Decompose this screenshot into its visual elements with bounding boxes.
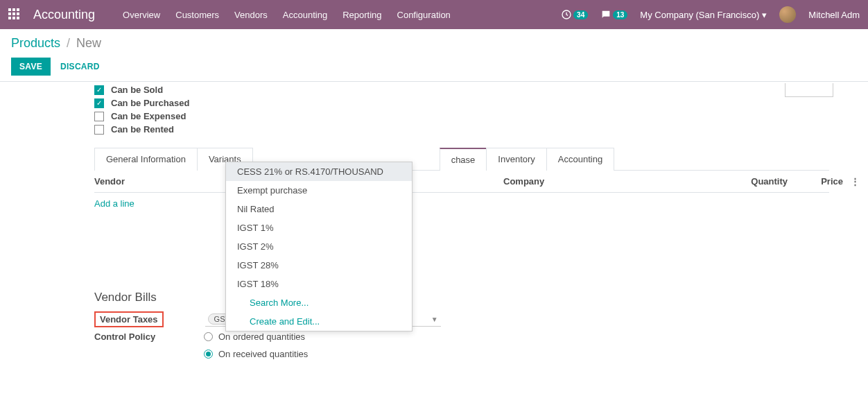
tax-dropdown: CESS 21% or RS.4170/THOUSAND Exempt purc… [225,162,413,331]
radio-label: On ordered quantities [218,331,305,342]
breadcrumb: Products / New [11,36,857,51]
chevron-down-icon: ▾ [762,10,767,20]
checkbox-row-sold: Can be Sold [94,85,829,95]
control-policy-radios: On ordered quantities On received quanti… [204,331,308,359]
dropdown-item[interactable]: IGST 28% [226,256,412,275]
vendor-table-header: Vendor Company Quantity Price ⋮ [94,171,829,193]
breadcrumb-separator: / [67,36,70,50]
tab-purchase-partial[interactable]: chase [440,148,487,171]
tab-inventory[interactable]: Inventory [486,148,546,171]
clock-icon [561,9,572,20]
dropdown-item[interactable]: IGST 1% [226,218,412,237]
company-selector[interactable]: My Company (San Francisco) ▾ [640,10,767,20]
company-name: My Company (San Francisco) [640,10,759,20]
chevron-down-icon[interactable]: ▼ [431,316,438,323]
radio-row-received: On received quantities [204,349,308,359]
dropdown-create-edit[interactable]: Create and Edit... [226,312,412,331]
radio-row-ordered: On ordered quantities [204,331,308,342]
nav-reporting[interactable]: Reporting [342,10,381,20]
image-placeholder[interactable] [785,83,833,97]
row-vendor-taxes: Vendor Taxes GST 5% ✕ ▼ [94,311,829,327]
activities-count: 34 [573,10,588,19]
col-options-icon[interactable]: ⋮ [843,176,860,187]
tabs: General Information Variants chase Inven… [94,147,829,171]
chat-icon [600,9,611,20]
checkbox-label: Can be Purchased [111,98,189,108]
messages-count: 13 [613,10,627,19]
checkbox-can-be-purchased[interactable] [94,98,104,108]
nav-vendors[interactable]: Vendors [234,10,268,20]
col-quantity: Quantity [718,176,788,187]
checkbox-label: Can be Rented [111,124,174,135]
radio-ordered[interactable] [204,332,213,341]
checkbox-can-be-rented[interactable] [94,125,104,135]
section-title: Vendor Bills [94,291,829,304]
checkbox-row-rented: Can be Rented [94,124,829,135]
label-control-policy: Control Policy [94,331,204,342]
control-bar: Products / New SAVE DISCARD [0,29,868,82]
checkbox-can-be-sold[interactable] [94,85,104,95]
dropdown-item[interactable]: Exempt purchase [226,181,412,200]
tab-general-information[interactable]: General Information [94,148,198,171]
form-sheet: Can be Sold Can be Purchased Can be Expe… [25,85,843,377]
activities-button[interactable]: 34 [561,9,588,20]
checkbox-row-expensed: Can be Expensed [94,111,829,121]
topbar-right: 34 13 My Company (San Francisco) ▾ Mitch… [561,6,860,23]
vendor-bills-section: Vendor Bills Vendor Taxes GST 5% ✕ ▼ Con… [94,291,829,359]
messages-button[interactable]: 13 [600,9,627,20]
radio-received[interactable] [204,350,213,359]
label-vendor-taxes: Vendor Taxes [94,311,164,327]
dropdown-item[interactable]: Nil Rated [226,200,412,218]
apps-launcher-icon[interactable] [8,8,21,21]
nav-overview[interactable]: Overview [123,10,160,20]
save-button[interactable]: SAVE [11,58,51,76]
nav-accounting[interactable]: Accounting [283,10,327,20]
dropdown-search-more[interactable]: Search More... [226,293,412,312]
discard-button[interactable]: DISCARD [60,62,100,71]
form-actions: SAVE DISCARD [11,58,857,76]
row-control-policy: Control Policy On ordered quantities On … [94,331,829,359]
topbar: Accounting Overview Customers Vendors Ac… [0,0,868,29]
col-company: Company [503,176,718,187]
checkbox-label: Can be Sold [111,85,163,95]
checkbox-row-purchased: Can be Purchased [94,98,829,108]
checkbox-can-be-expensed[interactable] [94,112,104,121]
dropdown-item[interactable]: IGST 18% [226,275,412,293]
radio-label: On received quantities [218,349,308,359]
dropdown-item[interactable]: CESS 21% or RS.4170/THOUSAND [226,162,412,181]
app-title: Accounting [33,8,95,22]
nav-configuration[interactable]: Configuration [397,10,451,20]
nav-customers[interactable]: Customers [175,10,219,20]
dropdown-item[interactable]: IGST 2% [226,237,412,256]
col-price: Price [788,176,843,187]
add-line-link[interactable]: Add a line [94,193,134,214]
avatar[interactable] [779,6,796,23]
nav-menu: Overview Customers Vendors Accounting Re… [123,10,451,20]
breadcrumb-current: New [76,36,101,50]
breadcrumb-parent[interactable]: Products [11,36,60,50]
tab-accounting[interactable]: Accounting [546,148,614,171]
checkbox-label: Can be Expensed [111,111,186,121]
user-name: Mitchell Adm [808,10,860,20]
